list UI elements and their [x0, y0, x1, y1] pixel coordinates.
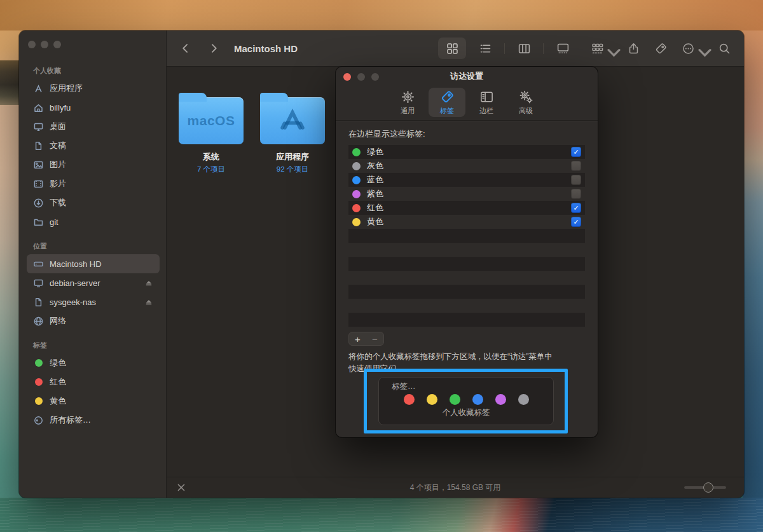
gear-icon	[401, 90, 415, 105]
sidebar-item-label: 下载	[50, 197, 66, 208]
folder-tile-system[interactable]: macOS 系统 7 个项目	[174, 92, 248, 174]
share-button[interactable]	[627, 42, 640, 55]
tab-sidebar[interactable]: 边栏	[468, 88, 505, 117]
blue-tag-dot[interactable]	[472, 394, 483, 405]
eject-icon[interactable]	[144, 297, 153, 306]
zoom-slider[interactable]	[684, 486, 726, 489]
tag-row-red[interactable]: 红色	[348, 201, 585, 215]
search-button[interactable]	[718, 42, 731, 55]
tag-checkbox[interactable]	[571, 189, 581, 199]
sidebar-item-label: 黄色	[50, 395, 66, 407]
remove-tag-button[interactable]: −	[366, 332, 383, 345]
status-bar: 4 个项目，154.58 GB 可用	[167, 477, 744, 498]
sidebar-item-network[interactable]: 网络	[27, 311, 160, 331]
blue-tag-dot	[352, 176, 361, 184]
group-by-button[interactable]	[591, 42, 613, 55]
dialog-close-button[interactable]	[343, 73, 351, 81]
sidebar-item-label: 红色	[50, 376, 66, 388]
chevron-down-icon	[607, 46, 613, 51]
red-tag-dot[interactable]	[404, 394, 415, 405]
sidebar-item-label: 文稿	[50, 140, 66, 151]
taglist-empty-row	[348, 313, 585, 327]
tag-row-purple[interactable]: 紫色	[348, 187, 585, 201]
sidebar-item-applications[interactable]: 应用程序	[27, 79, 160, 98]
tab-advanced[interactable]: 高级	[507, 88, 544, 117]
close-button[interactable]	[28, 41, 36, 48]
sidebar-item-label: 应用程序	[50, 83, 83, 94]
green-tag-dot[interactable]	[450, 394, 460, 405]
window-traffic-lights	[27, 39, 160, 48]
tag-row-yellow[interactable]: 黄色	[348, 215, 585, 229]
gears-icon	[519, 90, 533, 105]
eject-icon[interactable]	[144, 278, 153, 287]
tag-checkbox[interactable]	[571, 217, 581, 227]
yellow-tag-dot[interactable]	[427, 394, 437, 405]
dialog-zoom-button[interactable]	[371, 73, 379, 81]
red-tag-dot	[352, 204, 361, 212]
tag-checkbox[interactable]	[571, 203, 581, 213]
wallpaper-sky	[0, 0, 763, 31]
sidebar-item-label: 影片	[50, 178, 66, 189]
sidebar-item-home[interactable]: billyfu	[27, 98, 160, 117]
more-actions-button[interactable]	[682, 42, 704, 55]
tag-checkbox[interactable]	[571, 161, 581, 171]
pictures-icon	[33, 160, 44, 170]
purple-tag-dot[interactable]	[495, 394, 506, 405]
tab-general[interactable]: 通用	[389, 88, 426, 117]
taglist-empty-row	[348, 271, 585, 285]
divider	[504, 43, 505, 54]
purple-tag-dot	[352, 190, 361, 198]
zoom-button[interactable]	[53, 41, 61, 48]
zoom-slider-knob[interactable]	[703, 482, 713, 493]
add-tag-button[interactable]: +	[349, 332, 366, 345]
minimize-button[interactable]	[41, 41, 48, 48]
window-title: Macintosh HD	[234, 43, 298, 54]
favorite-tags-well[interactable]: 标签… 个人收藏标签	[378, 377, 554, 425]
appstore-a-icon	[276, 104, 309, 137]
sidebar-item-desktop[interactable]: 桌面	[27, 117, 160, 136]
gallery-view-button[interactable]	[549, 38, 577, 59]
sidebar-item-debian-server[interactable]: debian-server	[27, 273, 160, 292]
sidebar-item-tag-red[interactable]: 红色	[27, 372, 160, 392]
chevron-down-icon	[698, 46, 704, 51]
sidebar-item-git[interactable]: git	[27, 212, 160, 231]
file-server-icon	[33, 297, 44, 308]
tab-tags[interactable]: 标签	[429, 88, 465, 117]
sidebar-item-sysgeek-nas[interactable]: sysgeek-nas	[27, 292, 160, 311]
back-button[interactable]	[179, 42, 192, 55]
sidebar-item-downloads[interactable]: 下载	[27, 193, 160, 212]
folder-tile-applications[interactable]: 应用程序 92 个项目	[256, 92, 329, 174]
sidebar-item-label: 图片	[50, 159, 66, 170]
desktop: 个人收藏 应用程序 billyfu 桌面 文稿	[0, 0, 763, 532]
dialog-minimize-button[interactable]	[357, 73, 365, 81]
tag-row-gray[interactable]: 灰色	[348, 159, 585, 173]
yellow-tag-dot	[352, 218, 361, 226]
wallpaper-right-strip	[743, 0, 763, 532]
folder-icon-appstore	[260, 97, 325, 144]
green-tag-dot	[35, 359, 43, 367]
sidebar-item-macintosh-hd[interactable]: Macintosh HD	[27, 254, 160, 273]
tag-row-green[interactable]: 绿色	[348, 145, 585, 159]
icon-view-button[interactable]	[438, 38, 466, 59]
all-tags-icon	[33, 415, 44, 426]
divider	[543, 43, 544, 54]
sidebar-item-movies[interactable]: 影片	[27, 174, 160, 193]
forward-button[interactable]	[207, 42, 220, 55]
tag-checkbox[interactable]	[571, 175, 581, 185]
tag-row-blue[interactable]: 蓝色	[348, 173, 585, 187]
column-view-button[interactable]	[510, 38, 538, 59]
sidebar-item-all-tags[interactable]: 所有标签…	[27, 411, 160, 430]
gray-tag-dot[interactable]	[518, 394, 529, 405]
folder-item-count: 92 个项目	[256, 165, 329, 174]
close-activity-icon[interactable]	[177, 483, 186, 492]
tags-button[interactable]	[654, 42, 668, 55]
sidebar-item-tag-yellow[interactable]: 黄色	[27, 392, 160, 411]
sidebar-item-pictures[interactable]: 图片	[27, 155, 160, 174]
tag-checkbox[interactable]	[571, 147, 581, 157]
list-view-button[interactable]	[471, 38, 499, 59]
sidebar-item-tag-green[interactable]: 绿色	[27, 353, 160, 372]
settings-tabbar: 通用 标签 边栏 高级	[336, 86, 598, 121]
hint-line-1: 将你的个人收藏标签拖移到下方区域，以便在“访达”菜单中	[348, 351, 585, 363]
sidebar-item-documents[interactable]: 文稿	[27, 136, 160, 155]
dialog-body: 在边栏显示这些标签: 绿色 灰色 蓝色	[336, 128, 598, 375]
